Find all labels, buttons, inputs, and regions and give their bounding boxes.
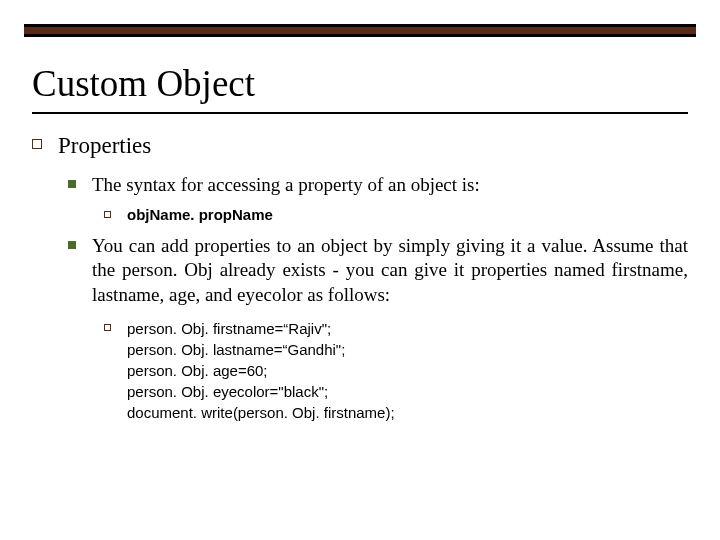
square-tiny-open-bullet-icon (104, 324, 111, 331)
slide-content: Properties The syntax for accessing a pr… (32, 132, 688, 431)
bullet-level2-item1: The syntax for accessing a property of a… (68, 173, 688, 198)
level3-code-block: person. Obj. firstname=“Rajiv"; person. … (127, 318, 395, 423)
bullet-level2-item2: You can add properties to an object by s… (68, 234, 688, 308)
bullet-level1: Properties (32, 132, 688, 161)
slide-top-bar (24, 24, 696, 37)
bullet-level3-item2: person. Obj. firstname=“Rajiv"; person. … (104, 318, 688, 423)
level3-item1-text: objName. propName (127, 205, 273, 225)
level1-label: Properties (58, 132, 151, 161)
square-tiny-open-bullet-icon (104, 211, 111, 218)
title-underline (32, 112, 688, 114)
slide-title: Custom Object (32, 62, 255, 105)
bullet-level3-item1: objName. propName (104, 205, 688, 225)
square-green-bullet-icon (68, 180, 76, 188)
level2-item2-text: You can add properties to an object by s… (92, 234, 688, 308)
square-green-bullet-icon (68, 241, 76, 249)
level2-item1-text: The syntax for accessing a property of a… (92, 173, 480, 198)
square-open-bullet-icon (32, 139, 42, 149)
